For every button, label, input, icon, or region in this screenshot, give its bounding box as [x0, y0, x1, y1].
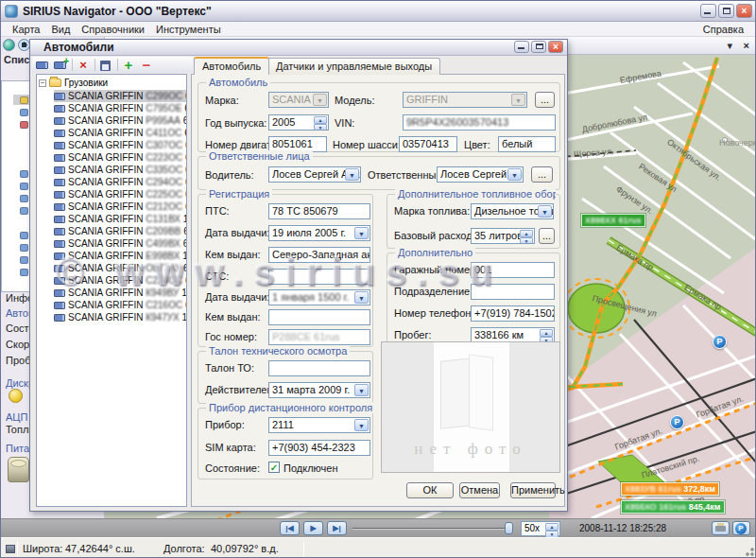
- tree-item-vehicle[interactable]: SCANIA GRIFFIN С299ОС 61rus: [54, 90, 187, 102]
- ticket-field[interactable]: [268, 360, 370, 376]
- save-icon[interactable]: [98, 59, 113, 72]
- tree-item-vehicle[interactable]: SCANIA GRIFFIN С212ОС 61rus: [54, 201, 187, 213]
- minimize-button[interactable]: [700, 4, 716, 18]
- garage-field[interactable]: 001: [471, 262, 555, 278]
- consumption-browse-button[interactable]: ...: [539, 228, 555, 244]
- color-field[interactable]: белый: [498, 136, 556, 152]
- resize-grip[interactable]: [744, 546, 755, 557]
- vehicle-list-icon[interactable]: [35, 59, 50, 72]
- dropdown-icon[interactable]: ▼: [345, 168, 359, 181]
- valid-until-picker[interactable]: 31 марта 2009 г.▼: [268, 382, 370, 398]
- issue-date2-picker[interactable]: 1 января 1500 г.▼: [268, 289, 370, 305]
- year-spinner[interactable]: 2005▲▼: [268, 114, 329, 131]
- parking-icon[interactable]: P: [713, 335, 727, 349]
- connected-checkbox[interactable]: ✓: [268, 462, 280, 473]
- restore-button[interactable]: [718, 4, 734, 18]
- menu-help[interactable]: Справка: [703, 24, 744, 35]
- model-browse-button[interactable]: ...: [535, 92, 555, 108]
- add-icon[interactable]: +: [121, 59, 136, 72]
- dropdown-icon[interactable]: ▼: [354, 384, 369, 396]
- menu-item-1[interactable]: Вид: [51, 24, 70, 35]
- tree-item-vehicle[interactable]: SCANIA GRIFFIN С294ОС 61rus: [54, 176, 187, 188]
- responsible-label: Ответственный:: [368, 169, 445, 181]
- tree-item-vehicle[interactable]: SCANIA GRIFFIN С225ОС 61rus: [54, 188, 187, 201]
- delete-icon[interactable]: ×: [76, 59, 91, 72]
- tree-item-vehicle[interactable]: SCANIA GRIFFIN С209ВВ 61rus: [54, 225, 187, 237]
- dropdown-icon[interactable]: ▼: [313, 94, 327, 106]
- persons-browse-button[interactable]: ...: [531, 166, 553, 183]
- model-combobox[interactable]: GRIFFIN▼: [403, 92, 527, 108]
- consumption-spinner[interactable]: 35 литров▲▼: [471, 228, 535, 244]
- dialog-minimize-button[interactable]: [514, 41, 529, 53]
- pts-field[interactable]: 78 ТС 850679: [268, 203, 370, 219]
- dialog-maximize-button[interactable]: [531, 41, 546, 53]
- skip-forward-button[interactable]: ▶|: [327, 521, 347, 535]
- dropdown-icon[interactable]: ▼: [354, 291, 369, 304]
- phone-field[interactable]: +7(919) 784-1502: [471, 305, 555, 322]
- cancel-button[interactable]: Отмена: [459, 482, 500, 498]
- map-close-icon[interactable]: ×: [744, 40, 749, 51]
- play-button[interactable]: ▶: [303, 521, 323, 535]
- speed-spinner[interactable]: 50x▲▼: [521, 521, 560, 536]
- tree-item-vehicle[interactable]: SCANIA GRIFFIN С224ОС 61rus: [54, 274, 187, 287]
- tree-item-vehicle[interactable]: SCANIA GRIFFIN С216ОС 61rus: [54, 299, 187, 311]
- tree-item-vehicle[interactable]: SCANIA GRIFFIN С795ОЕ 61rus: [54, 102, 187, 114]
- driver-combobox[interactable]: Лосев Сергей Анатоль▼: [268, 166, 361, 183]
- spinner-icons[interactable]: ▲▼: [540, 329, 553, 341]
- tree-item-vehicle[interactable]: SCANIA GRIFFIN С223ОС 61rus: [54, 151, 187, 164]
- dropdown-icon[interactable]: ▼: [538, 205, 552, 218]
- issue-date-picker[interactable]: 19 июля 2005 г.▼: [268, 225, 370, 241]
- spinner-icons[interactable]: ▲▼: [314, 116, 327, 129]
- vin-field[interactable]: 9R5P4X26003570413: [403, 114, 556, 131]
- device-combobox[interactable]: 2111▼: [268, 417, 370, 433]
- menu-item-2[interactable]: Справочники: [81, 24, 145, 35]
- spinner-icons[interactable]: ▲▼: [520, 230, 533, 242]
- tab-sensors[interactable]: Датчики и управляемые выходы: [267, 58, 440, 75]
- dialog-close-button[interactable]: ×: [548, 41, 563, 53]
- playback-slider-track[interactable]: [352, 528, 511, 530]
- tree-item-vehicle[interactable]: SCANIA GRIFFIN С411ОС 61rus: [54, 127, 187, 139]
- sts-field[interactable]: [268, 269, 370, 285]
- remove-icon[interactable]: −: [139, 59, 154, 72]
- tree-item-vehicle[interactable]: SCANIA GRIFFIN Р995АА 61rus: [54, 114, 187, 127]
- parking-icon[interactable]: P: [670, 415, 684, 429]
- close-button[interactable]: ×: [736, 4, 752, 18]
- dropdown-icon[interactable]: ▼: [354, 419, 369, 431]
- tree-item-vehicle[interactable]: SCANIA GRIFFIN С499ВХ 61rus: [54, 237, 187, 250]
- menu-item-3[interactable]: Инструменты: [156, 24, 221, 35]
- ok-button[interactable]: ОК: [406, 482, 454, 498]
- dropdown-icon[interactable]: ▼: [507, 168, 522, 181]
- chassis-field[interactable]: 03570413: [399, 136, 457, 152]
- map-vehicle-label[interactable]: Х898ХХ 61rus: [581, 214, 645, 227]
- print-button[interactable]: [712, 521, 730, 535]
- issued-by2-field[interactable]: [268, 309, 370, 325]
- tab-vehicle[interactable]: Автомобиль: [194, 57, 269, 75]
- responsible-combobox[interactable]: Лосев Сергей Анатоль▼: [437, 166, 524, 183]
- tree-item-vehicle[interactable]: SCANIA GRIFFIN К947УХ 161rus: [54, 311, 187, 323]
- apply-button[interactable]: Применить: [510, 482, 556, 498]
- map-vehicle-label[interactable]: Х855ХО 161rus 845,4км: [621, 500, 725, 514]
- fuel-type-combobox[interactable]: Дизельное топливо▼: [471, 203, 554, 219]
- gos-number-field[interactable]: Р288СЕ 61rus: [268, 329, 370, 345]
- parking-toggle-button[interactable]: P: [732, 521, 750, 535]
- brand-combobox[interactable]: SCANIA▼: [268, 92, 329, 108]
- dropdown-icon[interactable]: ▼: [511, 94, 525, 106]
- spinner-icons[interactable]: ▲▼: [545, 523, 558, 534]
- dropdown-icon[interactable]: ▼: [354, 227, 369, 239]
- tree-item-vehicle[interactable]: SCANIA GRIFFIN К949ВУ 161rus: [54, 287, 187, 299]
- add-vehicle-icon[interactable]: [53, 59, 68, 72]
- tree-item-vehicle[interactable]: SCANIA GRIFFIN С335ОС 61rus: [54, 164, 187, 176]
- skip-back-button[interactable]: |◀: [280, 521, 300, 535]
- tree-item-vehicle[interactable]: SCANIA GRIFFIN О877АУ 61rus: [54, 262, 187, 274]
- playback-slider-thumb[interactable]: [505, 522, 513, 534]
- sim-field[interactable]: +7(903) 454-2323: [268, 440, 370, 456]
- tree-item-vehicle[interactable]: SCANIA GRIFFIN С131ВХ 161rus: [54, 213, 187, 225]
- map-vehicle-label[interactable]: Х883УВ 61rus 372,8км: [621, 482, 719, 496]
- issued-by-field[interactable]: Северо-Западная акцизная т: [268, 247, 370, 263]
- vehicle-tree[interactable]: − Грузовики SCANIA GRIFFIN С299ОС 61rusS…: [36, 74, 187, 507]
- menu-item-0[interactable]: Карта: [12, 24, 40, 35]
- tree-item-vehicle[interactable]: SCANIA GRIFFIN Е998ВХ 161rus: [54, 250, 187, 262]
- tree-item-vehicle[interactable]: SCANIA GRIFFIN С307ОС 61rus: [54, 139, 187, 151]
- map-collapse-icon[interactable]: ▾: [727, 40, 732, 51]
- division-field[interactable]: [471, 284, 555, 300]
